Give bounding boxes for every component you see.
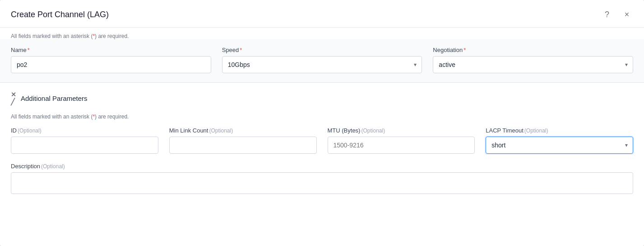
required-note-main: All fields marked with an asterisk (*) a… [0,28,644,39]
description-field-group: Description(Optional) [11,163,633,194]
dialog-title: Create Port Channel (LAG) [11,10,109,19]
min-link-count-field-group: Min Link Count(Optional) [169,127,317,154]
lacp-timeout-select[interactable]: short long [486,137,633,154]
lacp-timeout-optional-label: (Optional) [524,128,548,134]
header-actions: ? × [601,8,633,21]
dialog-header: Create Port Channel (LAG) ? × [0,0,644,28]
main-form-row: Name* Speed* 10Gbps 1Gbps 100Mbps Au [11,47,633,73]
id-optional-label: (Optional) [18,128,42,134]
create-port-channel-dialog: Create Port Channel (LAG) ? × All fields… [0,0,644,246]
description-input[interactable] [11,172,633,194]
dialog-body: All fields marked with an asterisk (*) a… [0,28,644,214]
speed-label: Speed* [222,47,422,53]
speed-select[interactable]: 10Gbps 1Gbps 100Mbps Auto [222,56,422,73]
lacp-timeout-label: LACP Timeout(Optional) [486,127,633,134]
negotiation-select-wrapper: active passive off ▾ [433,56,633,73]
negotiation-field-group: Negotiation* active passive off ▾ [433,47,633,73]
lacp-timeout-select-wrapper: short long ▾ [486,137,633,154]
name-required-star: * [28,47,30,53]
close-button[interactable]: × [621,8,633,21]
mtu-label: MTU (Bytes)(Optional) [328,127,475,134]
lacp-timeout-field-group: LACP Timeout(Optional) short long ▾ [486,127,633,154]
id-field-group: ID(Optional) [11,127,158,154]
speed-required-star: * [240,47,242,53]
description-label: Description(Optional) [11,163,633,170]
speed-select-wrapper: 10Gbps 1Gbps 100Mbps Auto ▾ [222,56,422,73]
min-link-count-input[interactable] [169,137,317,154]
mtu-input[interactable] [328,137,475,154]
additional-req-text-before: All fields marked with an asterisk ( [11,114,93,120]
additional-req-text-after: ) are required. [95,114,129,120]
name-label: Name* [11,47,211,53]
additional-parameters-section: ✕╱ Additional Parameters All fields mark… [0,83,644,214]
negotiation-select[interactable]: active passive off [433,56,633,73]
negotiation-required-star: * [463,47,466,53]
description-form-row: Description(Optional) [11,163,633,194]
id-label: ID(Optional) [11,127,158,134]
required-note-text-before: All fields marked with an asterisk ( [11,33,93,39]
collapse-icon: ✕╱ [11,91,16,105]
additional-required-note: All fields marked with an asterisk (*) a… [11,110,633,127]
id-input[interactable] [11,137,158,154]
negotiation-label: Negotiation* [433,47,633,53]
speed-field-group: Speed* 10Gbps 1Gbps 100Mbps Auto ▾ [222,47,422,73]
main-form-section: Name* Speed* 10Gbps 1Gbps 100Mbps Au [0,39,644,83]
name-field-group: Name* [11,47,211,73]
mtu-field-group: MTU (Bytes)(Optional) [328,127,475,154]
name-input[interactable] [11,56,211,73]
additional-form-row: ID(Optional) Min Link Count(Optional) MT… [11,127,633,154]
description-optional-label: (Optional) [41,163,65,170]
additional-parameters-title: Additional Parameters [21,95,88,102]
help-icon: ? [605,10,609,19]
required-note-text-after: ) are required. [95,33,129,39]
mtu-optional-label: (Optional) [361,128,385,134]
close-icon: × [625,10,630,19]
min-link-optional-label: (Optional) [209,128,233,134]
help-button[interactable]: ? [601,8,613,21]
additional-parameters-toggle[interactable]: ✕╱ Additional Parameters [11,83,633,110]
min-link-count-label: Min Link Count(Optional) [169,127,317,134]
